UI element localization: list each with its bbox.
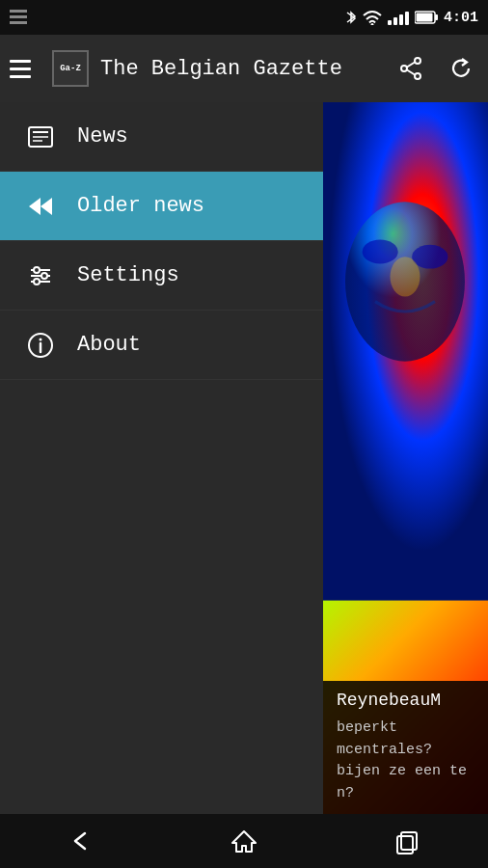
svg-point-31 [390, 257, 420, 296]
app-logo: Ga-Z [52, 50, 89, 87]
recent-apps-button[interactable] [378, 822, 436, 860]
sidebar-item-news[interactable]: News [0, 102, 323, 172]
svg-rect-33 [401, 832, 417, 850]
back-button[interactable] [52, 822, 110, 860]
refresh-button[interactable] [444, 51, 478, 86]
back-icon [68, 827, 95, 854]
recent-apps-icon [393, 827, 420, 854]
info-icon [23, 328, 58, 363]
content-area: ReynebeauM beperkt mcentrales? bijen ze … [323, 102, 488, 814]
sidebar: News Older news [0, 102, 323, 814]
home-icon [230, 827, 258, 854]
menu-indicator-icon [10, 10, 27, 25]
thermal-face-image [323, 102, 488, 601]
status-left-icons [10, 10, 27, 25]
battery-icon [415, 11, 438, 24]
svg-point-7 [415, 58, 420, 64]
hamburger-button[interactable] [10, 51, 44, 86]
svg-point-8 [401, 66, 407, 71]
app-header: Ga-Z The Belgian Gazette [0, 35, 488, 102]
sidebar-news-label: News [77, 124, 128, 149]
settings-icon [23, 258, 58, 293]
status-time: 4:01 [444, 10, 478, 26]
svg-point-22 [41, 273, 47, 279]
app-title: The Belgian Gazette [100, 57, 393, 81]
sidebar-older-news-label: Older news [77, 194, 204, 218]
sidebar-item-older-news[interactable]: Older news [0, 172, 323, 241]
share-icon [398, 56, 423, 81]
article-text: beperkt mcentrales? bijen ze een te n? [337, 718, 474, 804]
svg-rect-1 [10, 15, 27, 18]
article-overlay: ReynebeauM beperkt mcentrales? bijen ze … [323, 681, 488, 814]
svg-point-30 [412, 245, 447, 269]
news-icon [23, 120, 58, 154]
svg-rect-6 [416, 14, 432, 22]
header-actions [393, 51, 478, 86]
svg-line-11 [407, 70, 415, 75]
home-button[interactable] [215, 822, 273, 860]
sidebar-settings-label: Settings [77, 263, 179, 287]
svg-point-3 [370, 23, 373, 25]
svg-point-9 [415, 73, 420, 79]
refresh-icon [448, 56, 474, 81]
svg-point-26 [40, 338, 42, 340]
article-image: ReynebeauM beperkt mcentrales? bijen ze … [323, 102, 488, 814]
sidebar-item-settings[interactable]: Settings [0, 241, 323, 311]
svg-rect-34 [397, 836, 413, 854]
svg-marker-32 [232, 831, 256, 852]
rewind-icon [23, 189, 58, 224]
bottom-nav-bar [0, 814, 488, 868]
signal-icon [388, 10, 409, 25]
svg-point-21 [34, 267, 40, 273]
sidebar-item-about[interactable]: About [0, 311, 323, 380]
svg-point-23 [34, 279, 40, 285]
svg-marker-17 [41, 198, 52, 215]
svg-point-29 [363, 240, 398, 264]
svg-rect-2 [10, 21, 27, 24]
svg-line-10 [407, 63, 415, 68]
bluetooth-icon [345, 9, 357, 26]
svg-marker-16 [29, 198, 41, 215]
wifi-icon [363, 10, 382, 25]
status-bar: 4:01 [0, 0, 488, 35]
article-author: ReynebeauM [337, 691, 474, 710]
svg-rect-0 [10, 10, 27, 13]
status-right-icons: 4:01 [345, 9, 478, 26]
svg-rect-5 [435, 14, 438, 20]
sidebar-about-label: About [77, 333, 141, 357]
main-area: News Older news [0, 102, 488, 814]
share-button[interactable] [393, 51, 428, 86]
